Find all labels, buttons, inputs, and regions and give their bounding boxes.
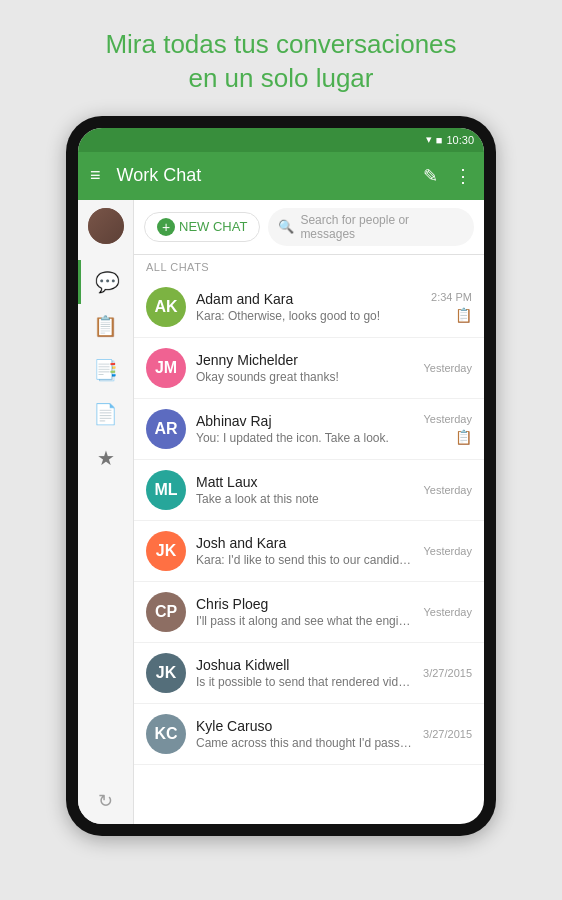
plus-icon: + bbox=[157, 218, 175, 236]
chat-item[interactable]: JM Jenny Michelder Okay sounds great tha… bbox=[134, 338, 484, 399]
docs-icon: 📄 bbox=[93, 402, 118, 426]
chat-time: Yesterday bbox=[423, 484, 472, 496]
tasks-icon: 📋 bbox=[93, 314, 118, 338]
chat-avatar: AK bbox=[146, 287, 186, 327]
user-avatar[interactable] bbox=[88, 208, 124, 244]
toolbar-title: Work Chat bbox=[117, 165, 423, 186]
action-bar: + NEW CHAT 🔍 Search for people or messag… bbox=[134, 200, 484, 255]
chat-meta: Yesterday bbox=[423, 362, 472, 374]
chat-time: 2:34 PM bbox=[431, 291, 472, 303]
chat-preview: Take a look at this note bbox=[196, 492, 415, 506]
chat-avatar: KC bbox=[146, 714, 186, 754]
phone-device: ▾ ■ 10:30 ≡ Work Chat ✎ ⋮ 💬 bbox=[66, 116, 496, 836]
chat-item[interactable]: KC Kyle Caruso Came across this and thou… bbox=[134, 704, 484, 765]
chat-icon: 💬 bbox=[95, 270, 120, 294]
sidebar-item-notes[interactable]: 📑 bbox=[78, 348, 133, 392]
search-icon: 🔍 bbox=[278, 219, 294, 234]
star-icon: ★ bbox=[97, 446, 115, 470]
chat-time: Yesterday bbox=[423, 545, 472, 557]
chat-preview: Kara: I'd like to send this to our candi… bbox=[196, 553, 415, 567]
chat-name: Matt Laux bbox=[196, 474, 415, 490]
sidebar-item-docs[interactable]: 📄 bbox=[78, 392, 133, 436]
hero-heading: Mira todas tus conversaciones en un solo… bbox=[65, 0, 496, 116]
phone-screen: ▾ ■ 10:30 ≡ Work Chat ✎ ⋮ 💬 bbox=[78, 128, 484, 824]
chat-preview: Okay sounds great thanks! bbox=[196, 370, 415, 384]
chat-name: Kyle Caruso bbox=[196, 718, 415, 734]
chat-info: Joshua Kidwell Is it possible to send th… bbox=[196, 657, 415, 689]
chat-meta: Yesterday bbox=[423, 545, 472, 557]
chat-name: Abhinav Raj bbox=[196, 413, 415, 429]
sidebar-item-tasks[interactable]: 📋 bbox=[78, 304, 133, 348]
chat-time: 3/27/2015 bbox=[423, 667, 472, 679]
chat-item[interactable]: JK Josh and Kara Kara: I'd like to send … bbox=[134, 521, 484, 582]
wifi-icon: ▾ bbox=[426, 133, 432, 146]
chat-avatar: JM bbox=[146, 348, 186, 388]
status-bar: ▾ ■ 10:30 bbox=[78, 128, 484, 152]
chat-info: Kyle Caruso Came across this and thought… bbox=[196, 718, 415, 750]
chat-info: Jenny Michelder Okay sounds great thanks… bbox=[196, 352, 415, 384]
chat-preview: Came across this and thought I'd pass al… bbox=[196, 736, 415, 750]
chat-preview: Is it possible to send that rendered vid… bbox=[196, 675, 415, 689]
chat-name: Jenny Michelder bbox=[196, 352, 415, 368]
chat-info: Matt Laux Take a look at this note bbox=[196, 474, 415, 506]
search-placeholder: Search for people or messages bbox=[300, 213, 464, 241]
chat-meta: Yesterday bbox=[423, 606, 472, 618]
chat-name: Joshua Kidwell bbox=[196, 657, 415, 673]
sidebar: 💬 📋 📑 📄 ★ ↻ bbox=[78, 200, 134, 824]
toolbar: ≡ Work Chat ✎ ⋮ bbox=[78, 152, 484, 200]
chat-preview: You: I updated the icon. Take a look. bbox=[196, 431, 415, 445]
hero-line2: en un solo lugar bbox=[188, 63, 373, 93]
chat-item[interactable]: AR Abhinav Raj You: I updated the icon. … bbox=[134, 399, 484, 460]
more-options-icon[interactable]: ⋮ bbox=[454, 165, 472, 187]
menu-icon[interactable]: ≡ bbox=[90, 165, 101, 186]
chat-info: Chris Ploeg I'll pass it along and see w… bbox=[196, 596, 415, 628]
chat-meta: 3/27/2015 bbox=[423, 728, 472, 740]
edit-icon[interactable]: ✎ bbox=[423, 165, 438, 187]
chat-time: Yesterday bbox=[423, 606, 472, 618]
search-bar[interactable]: 🔍 Search for people or messages bbox=[268, 208, 474, 246]
chat-time: Yesterday bbox=[423, 362, 472, 374]
chat-item[interactable]: ML Matt Laux Take a look at this note Ye… bbox=[134, 460, 484, 521]
sidebar-refresh-icon[interactable]: ↻ bbox=[98, 790, 113, 812]
all-chats-label: ALL CHATS bbox=[134, 255, 484, 277]
chat-avatar: AR bbox=[146, 409, 186, 449]
chat-preview: Kara: Otherwise, looks good to go! bbox=[196, 309, 423, 323]
sidebar-item-chat[interactable]: 💬 bbox=[78, 260, 133, 304]
chat-meta: 3/27/2015 bbox=[423, 667, 472, 679]
chat-info: Abhinav Raj You: I updated the icon. Tak… bbox=[196, 413, 415, 445]
clock: 10:30 bbox=[446, 134, 474, 146]
chat-avatar: JK bbox=[146, 531, 186, 571]
message-status-icon: 📋 bbox=[455, 429, 472, 445]
chat-avatar: JK bbox=[146, 653, 186, 693]
chat-time: Yesterday bbox=[423, 413, 472, 425]
chat-avatar: ML bbox=[146, 470, 186, 510]
hero-line1: Mira todas tus conversaciones bbox=[105, 29, 456, 59]
chat-name: Chris Ploeg bbox=[196, 596, 415, 612]
notes-icon: 📑 bbox=[93, 358, 118, 382]
chat-meta: 2:34 PM 📋 bbox=[431, 291, 472, 323]
new-chat-label: NEW CHAT bbox=[179, 219, 247, 234]
chat-time: 3/27/2015 bbox=[423, 728, 472, 740]
chat-list-area: + NEW CHAT 🔍 Search for people or messag… bbox=[134, 200, 484, 824]
chat-name: Josh and Kara bbox=[196, 535, 415, 551]
chat-list: AK Adam and Kara Kara: Otherwise, looks … bbox=[134, 277, 484, 824]
chat-info: Josh and Kara Kara: I'd like to send thi… bbox=[196, 535, 415, 567]
sidebar-item-starred[interactable]: ★ bbox=[78, 436, 133, 480]
chat-item[interactable]: CP Chris Ploeg I'll pass it along and se… bbox=[134, 582, 484, 643]
chat-avatar: CP bbox=[146, 592, 186, 632]
chat-meta: Yesterday 📋 bbox=[423, 413, 472, 445]
chat-item[interactable]: AK Adam and Kara Kara: Otherwise, looks … bbox=[134, 277, 484, 338]
chat-item[interactable]: JK Joshua Kidwell Is it possible to send… bbox=[134, 643, 484, 704]
battery-icon: ■ bbox=[436, 134, 443, 146]
chat-preview: I'll pass it along and see what the engi… bbox=[196, 614, 415, 628]
message-status-icon: 📋 bbox=[455, 307, 472, 323]
content-area: 💬 📋 📑 📄 ★ ↻ bbox=[78, 200, 484, 824]
chat-name: Adam and Kara bbox=[196, 291, 423, 307]
chat-info: Adam and Kara Kara: Otherwise, looks goo… bbox=[196, 291, 423, 323]
new-chat-button[interactable]: + NEW CHAT bbox=[144, 212, 260, 242]
chat-meta: Yesterday bbox=[423, 484, 472, 496]
